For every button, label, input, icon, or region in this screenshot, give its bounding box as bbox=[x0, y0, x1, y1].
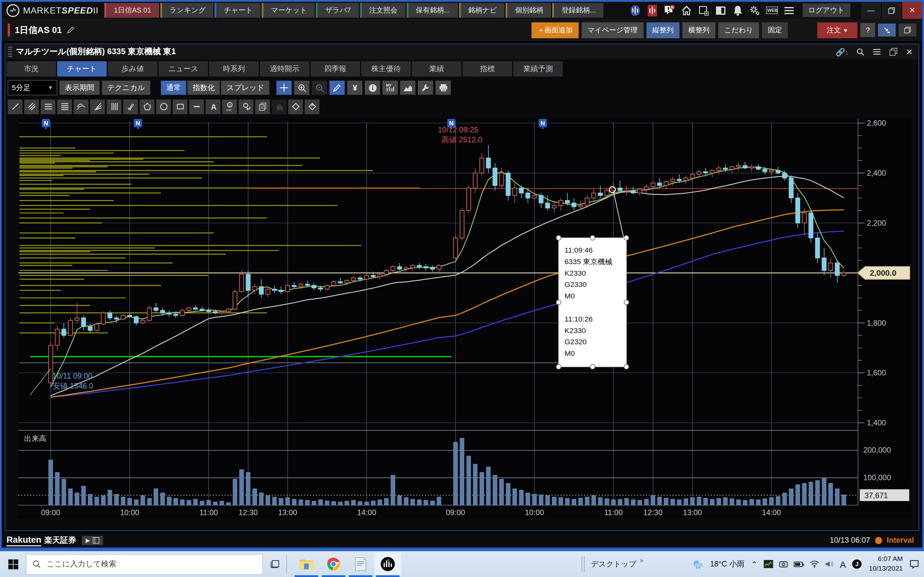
fan-line-icon[interactable] bbox=[90, 99, 105, 114]
crosshair-icon[interactable] bbox=[276, 81, 292, 95]
weather-icon[interactable] bbox=[692, 559, 704, 569]
alert-news-icon[interactable]: N bbox=[663, 5, 675, 16]
menu-tab-銘柄ナビ[interactable]: 銘柄ナビ bbox=[459, 3, 504, 18]
menu-icon[interactable] bbox=[783, 5, 795, 16]
expand-panel-button[interactable]: ▶ bbox=[82, 536, 103, 545]
candlestick-chart-svg[interactable]: 2,6002,4002,2002,0001,8001,6001,400200,0… bbox=[18, 118, 911, 519]
home-icon[interactable] bbox=[680, 5, 692, 16]
marketspeed-app-icon[interactable]: R bbox=[374, 552, 401, 576]
area-chart-icon[interactable] bbox=[401, 81, 416, 95]
minimize-button[interactable]: — bbox=[861, 2, 881, 19]
file-explorer-icon[interactable] bbox=[293, 552, 320, 576]
toolbar-button-テクニカル[interactable]: テクニカル bbox=[102, 81, 150, 95]
window-tab-業績[interactable]: 業績 bbox=[412, 61, 461, 77]
menu-tab-チャート[interactable]: チャート bbox=[215, 3, 260, 18]
ime-a-icon[interactable]: A bbox=[840, 559, 846, 569]
rectangle-icon[interactable] bbox=[173, 99, 187, 114]
window-tab-四季報[interactable]: 四季報 bbox=[310, 61, 360, 77]
candles-red-icon[interactable] bbox=[646, 5, 658, 16]
help-button[interactable]: ? bbox=[861, 23, 875, 37]
list-menu-icon[interactable] bbox=[873, 48, 881, 55]
restore-button[interactable] bbox=[881, 2, 901, 19]
start-button[interactable] bbox=[0, 551, 26, 577]
order-button[interactable]: 注文 ▼ bbox=[817, 22, 858, 38]
window-tab-適時開示[interactable]: 適時開示 bbox=[260, 61, 309, 77]
hlines3-icon[interactable] bbox=[41, 99, 55, 114]
stock-mini-icon[interactable] bbox=[764, 560, 773, 568]
trendline-icon[interactable] bbox=[8, 99, 23, 114]
tray-expand-icon[interactable]: ⌃ bbox=[751, 560, 758, 569]
taskbar-clock[interactable]: 6:07 AM10/13/2021 bbox=[869, 555, 903, 573]
menu-tab-登録銘柄...[interactable]: 登録銘柄... bbox=[552, 3, 604, 18]
my-indicator-icon[interactable]: MY bbox=[383, 81, 398, 95]
menu-tab-保有銘柄...[interactable]: 保有銘柄... bbox=[406, 3, 457, 18]
layout-icon[interactable] bbox=[899, 23, 916, 36]
pencil-icon[interactable] bbox=[330, 81, 345, 95]
notification-center-icon[interactable] bbox=[909, 559, 919, 569]
wrench-icon[interactable] bbox=[418, 81, 433, 95]
snip-icon[interactable] bbox=[779, 560, 788, 568]
edit-pencil-icon[interactable] bbox=[67, 26, 75, 34]
window-close-icon[interactable]: ✕ bbox=[906, 47, 913, 56]
pointer-return-icon[interactable] bbox=[239, 99, 254, 114]
info-icon[interactable] bbox=[365, 81, 381, 95]
page-button-横整列[interactable]: 横整列 bbox=[682, 22, 716, 38]
link-icon[interactable]: 🔗1 bbox=[836, 47, 848, 56]
fibo-arc-icon[interactable] bbox=[74, 99, 89, 114]
emoji-icon-icon[interactable]: icon bbox=[222, 99, 237, 114]
eraser-all-icon[interactable]: A bbox=[305, 99, 320, 114]
page-button-マイページ管理[interactable]: マイページ管理 bbox=[582, 22, 643, 38]
pitchfork-icon[interactable] bbox=[123, 99, 138, 114]
page-button-固定[interactable]: 固定 bbox=[762, 22, 788, 38]
panel-icon[interactable] bbox=[714, 5, 726, 16]
settings-gear-icon[interactable] bbox=[749, 5, 761, 16]
vlines-icon[interactable] bbox=[107, 99, 121, 114]
weather-label[interactable]: 18°C 小雨 bbox=[710, 559, 745, 569]
bell-icon[interactable] bbox=[732, 5, 743, 16]
page-button-縦整列[interactable]: 縦整列 bbox=[646, 22, 680, 38]
window-tab-チャート[interactable]: チャート bbox=[57, 61, 107, 77]
notepad-icon[interactable] bbox=[347, 552, 374, 576]
period-select[interactable]: 5分足▼ bbox=[8, 80, 57, 95]
pentagon-icon[interactable] bbox=[140, 99, 154, 114]
copy-icon[interactable] bbox=[255, 99, 270, 114]
hsegment-icon[interactable] bbox=[189, 99, 204, 114]
battery-icon[interactable] bbox=[794, 561, 804, 567]
logout-button[interactable]: ログアウト bbox=[803, 3, 851, 17]
quick-order-icon[interactable] bbox=[878, 23, 896, 36]
candles-oval-icon[interactable] bbox=[629, 5, 641, 16]
menu-tab-個別銘柄[interactable]: 個別銘柄 bbox=[506, 3, 551, 18]
window-tab-市況[interactable]: 市況 bbox=[6, 61, 56, 77]
text-a-icon[interactable]: A bbox=[206, 99, 220, 114]
yen-icon[interactable]: ¥ bbox=[347, 81, 363, 95]
taskbar-search-input[interactable]: ここに入力して検索 bbox=[26, 554, 263, 574]
window-tab-業績予測[interactable]: 業績予測 bbox=[513, 61, 563, 77]
window-tab-時系列[interactable]: 時系列 bbox=[209, 61, 258, 77]
task-view-button[interactable] bbox=[270, 559, 280, 569]
toolbar-button-表示期間[interactable]: 表示期間 bbox=[60, 81, 100, 95]
menu-tab-ザラバ7[interactable]: ザラバ7 bbox=[316, 3, 359, 18]
menu-tab-1日信AS 01[interactable]: 1日信AS 01 bbox=[105, 3, 159, 18]
chrome-icon[interactable] bbox=[320, 552, 347, 576]
zoom-out-icon[interactable] bbox=[312, 81, 327, 95]
printer-icon[interactable] bbox=[436, 81, 451, 95]
hand-icon[interactable] bbox=[272, 99, 286, 114]
price-chart[interactable]: 2,6002,4002,2002,0001,8001,6001,400200,0… bbox=[18, 118, 911, 519]
search-icon[interactable] bbox=[856, 48, 865, 56]
eraser-icon[interactable] bbox=[288, 99, 303, 114]
web-icon[interactable]: WEB bbox=[766, 5, 778, 16]
menu-tab-マーケット[interactable]: マーケット bbox=[262, 3, 315, 18]
mode-button-スプレッド[interactable]: スプレッド bbox=[221, 81, 270, 95]
duplicate-window-icon[interactable] bbox=[889, 48, 898, 56]
ime-j-icon[interactable]: J bbox=[852, 559, 863, 569]
window-tab-ニュース[interactable]: ニュース bbox=[158, 61, 208, 77]
wifi-icon[interactable] bbox=[810, 561, 819, 568]
desktop-toolbar[interactable]: デスクトップ» bbox=[591, 559, 643, 569]
volume-icon[interactable] bbox=[825, 561, 834, 568]
window-tab-指標[interactable]: 指標 bbox=[463, 61, 512, 77]
drag-grip-icon[interactable] bbox=[8, 47, 13, 57]
mode-button-通常[interactable]: 通常 bbox=[161, 81, 186, 95]
window-tab-歩み値[interactable]: 歩み値 bbox=[108, 61, 157, 77]
window-tab-株主優待[interactable]: 株主優待 bbox=[361, 61, 411, 77]
menu-tab-ランキング[interactable]: ランキング bbox=[160, 3, 213, 18]
